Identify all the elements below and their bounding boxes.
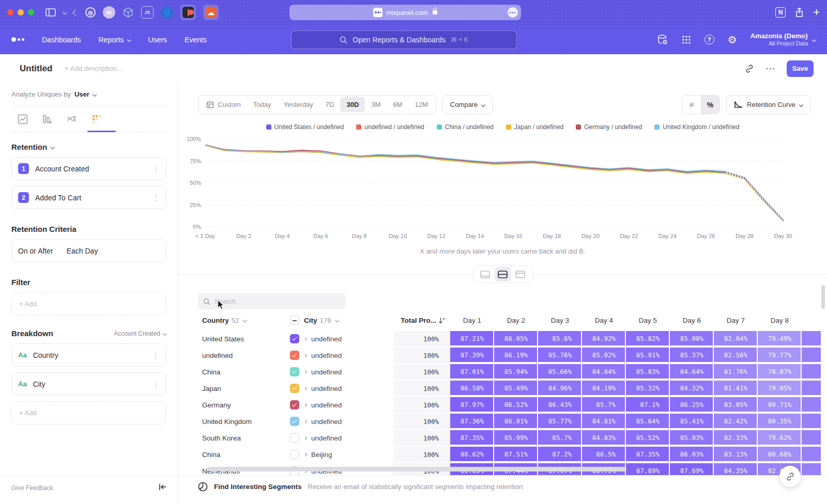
window-close-button[interactable] <box>7 9 13 15</box>
criteria-value[interactable]: Each Day <box>67 247 98 255</box>
day-value-cell[interactable]: 82.04% <box>714 331 758 346</box>
expand-chevron-icon[interactable] <box>303 370 307 373</box>
vertical-scrollbar[interactable] <box>821 285 825 309</box>
copy-link-icon[interactable] <box>745 64 754 73</box>
day-value-cell[interactable]: 85.03% <box>670 430 714 446</box>
date-range-6m[interactable]: 6M <box>387 97 408 112</box>
country-column-header[interactable]: Country52 <box>198 317 290 324</box>
expand-chevron-icon[interactable] <box>303 403 307 406</box>
legend-item[interactable]: undefined / undefined <box>356 123 424 131</box>
help-icon[interactable]: ? <box>705 35 714 44</box>
row-checkbox[interactable] <box>290 450 299 459</box>
day-value-cell[interactable]: 79.77% <box>758 348 802 363</box>
horizontal-scrollbar[interactable] <box>207 467 626 471</box>
row-checkbox[interactable] <box>290 400 299 410</box>
city-cell[interactable]: undefined <box>290 384 393 393</box>
row-checkbox[interactable] <box>290 334 299 343</box>
extension-js-icon[interactable]: JS <box>141 6 154 19</box>
legend-item[interactable]: United Kingdom / undefined <box>654 123 739 131</box>
retention-step-card[interactable]: 1Account Created⋮ <box>11 157 166 180</box>
value-mode-percent[interactable]: % <box>701 96 719 114</box>
day-column-header[interactable]: Day 5 <box>626 317 670 324</box>
day-value-cell[interactable]: 79.62% <box>758 430 802 446</box>
day-value-cell[interactable]: 85.6% <box>538 331 582 346</box>
city-cell[interactable]: undefined <box>290 433 393 443</box>
day-value-cell[interactable]: 85.66% <box>538 364 582 380</box>
day-value-cell[interactable]: 87.39% <box>450 348 494 363</box>
day-value-cell[interactable]: 87.35% <box>626 447 670 462</box>
day-value-cell[interactable]: 80.35% <box>758 414 802 429</box>
project-selector[interactable]: Amazonia {Demo} All Project Data <box>751 32 816 48</box>
day-value-cell[interactable]: 86.52% <box>494 397 538 413</box>
back-icon[interactable] <box>72 9 79 16</box>
day-value-cell[interactable]: 84.83% <box>582 430 626 446</box>
extension-1password-icon[interactable]: ◎ <box>85 7 96 18</box>
city-cell[interactable]: undefined <box>290 334 393 343</box>
day-value-cell[interactable]: 85.99% <box>494 430 538 446</box>
save-button[interactable]: Save <box>787 60 814 77</box>
value-mode-number[interactable]: # <box>682 96 701 114</box>
expand-chevron-icon[interactable] <box>303 386 307 390</box>
extension-m-icon[interactable]: m <box>103 6 115 19</box>
day-value-cell[interactable]: 81.41% <box>714 381 758 396</box>
criteria-card[interactable]: On or After Each Day <box>11 239 166 262</box>
tab-funnels-icon[interactable] <box>42 114 52 124</box>
expand-chevron-icon[interactable] <box>303 452 307 456</box>
day-column-header[interactable]: Day 1 <box>450 317 494 324</box>
day-value-cell[interactable]: 86.05% <box>494 331 538 346</box>
day-value-cell[interactable]: 85.77% <box>538 414 582 429</box>
day-value-cell[interactable]: 87.01% <box>450 364 494 380</box>
day-value-cell[interactable]: 86.5% <box>582 447 626 462</box>
day-value-cell[interactable]: 85.64% <box>626 414 670 429</box>
day-value-cell[interactable]: 87.36% <box>450 414 494 429</box>
country-cell[interactable]: China <box>198 368 290 376</box>
day-value-cell[interactable]: 84.84% <box>582 364 626 380</box>
tab-flows-icon[interactable] <box>66 114 78 124</box>
day-value-cell[interactable]: 85.7% <box>538 430 582 446</box>
date-range-30d[interactable]: 30D <box>340 97 365 112</box>
nav-link-dashboards[interactable]: Dashboards <box>42 36 81 44</box>
mixpanel-logo[interactable] <box>11 37 24 42</box>
kebab-menu-icon[interactable]: ⋮ <box>152 351 160 360</box>
day-value-cell[interactable]: 85.82% <box>626 331 670 346</box>
city-cell[interactable]: undefined <box>290 367 393 376</box>
day-value-cell[interactable]: 87.2% <box>538 447 582 462</box>
day-value-cell[interactable]: 86.25% <box>670 397 714 413</box>
day-value-cell[interactable]: 86.01% <box>494 414 538 429</box>
row-checkbox[interactable] <box>290 367 299 376</box>
day-value-cell[interactable]: 79.05% <box>758 381 802 396</box>
day-value-cell[interactable]: 85.7% <box>582 397 626 413</box>
legend-item[interactable]: China / undefined <box>437 123 494 131</box>
day-value-cell[interactable]: 87.1% <box>626 397 670 413</box>
compare-button[interactable]: Compare <box>442 95 493 114</box>
day-value-cell[interactable]: 85.02% <box>582 348 626 363</box>
more-options-icon[interactable]: ⋯ <box>765 63 775 74</box>
day-value-cell[interactable]: 85.52% <box>626 430 670 446</box>
row-checkbox[interactable] <box>290 351 299 360</box>
city-cell[interactable]: undefined <box>290 351 393 360</box>
chart-type-selector[interactable]: Retention Curve <box>726 95 810 114</box>
day-value-cell[interactable]: 88.62% <box>450 447 494 462</box>
date-range-yesterday[interactable]: Yesterday <box>278 97 319 112</box>
expand-chevron-icon[interactable] <box>303 337 307 340</box>
expand-chevron-icon[interactable] <box>303 353 307 357</box>
day-column-header[interactable]: Day 6 <box>670 317 714 324</box>
date-range-12m[interactable]: 12M <box>408 97 434 112</box>
extension-patreon-icon[interactable] <box>180 5 196 20</box>
day-value-cell[interactable]: 87.51% <box>494 447 538 462</box>
site-settings-icon[interactable]: ••• <box>508 7 518 18</box>
day-value-cell[interactable]: 85.76% <box>538 348 582 363</box>
day-value-cell[interactable]: 84.81% <box>582 414 626 429</box>
legend-item[interactable]: Germany / undefined <box>576 123 642 131</box>
day-value-cell[interactable]: 85.91% <box>626 348 670 363</box>
day-value-cell[interactable]: 84.19% <box>582 381 626 396</box>
retention-step-card[interactable]: 2Added To Cart⋮ <box>11 186 166 209</box>
breakdown-card[interactable]: AaCity⋮ <box>11 372 166 396</box>
global-search[interactable]: Open Reports & Dashboards ⌘ + K <box>291 30 517 49</box>
share-icon[interactable] <box>795 7 804 18</box>
notion-extension-icon[interactable]: N <box>775 7 786 18</box>
city-column-header[interactable]: City176 <box>290 316 393 325</box>
day-value-cell[interactable]: 85.41% <box>670 414 714 429</box>
city-cell[interactable]: undefined <box>290 417 393 426</box>
total-column-header[interactable]: Total Pro... <box>393 317 450 324</box>
